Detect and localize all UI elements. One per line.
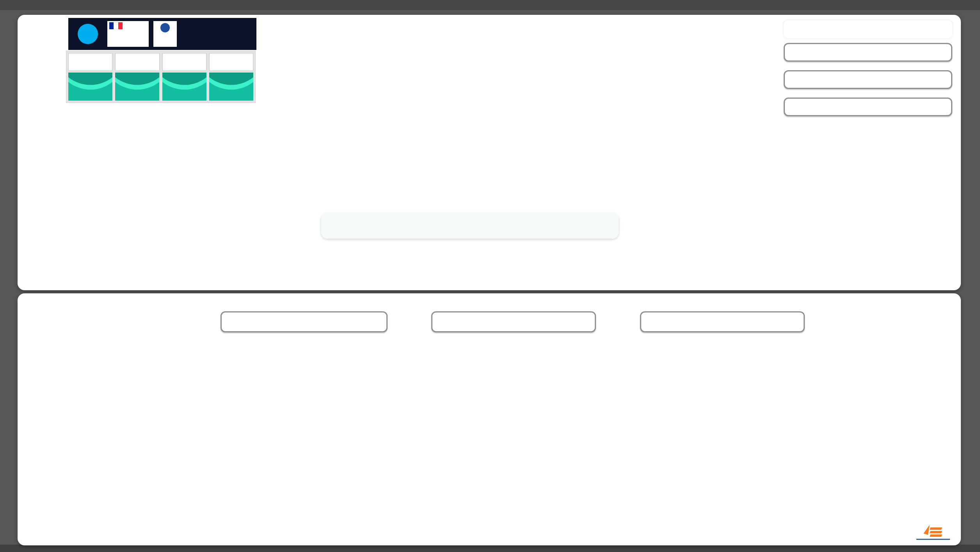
week-chart-canvas bbox=[64, 316, 946, 527]
ademe-logo bbox=[153, 21, 177, 47]
ecowatt-green-signal-icon bbox=[162, 73, 206, 101]
week-pmax-stat bbox=[431, 311, 596, 332]
day-button-j1[interactable] bbox=[115, 53, 159, 101]
g2e-subtitle-line bbox=[916, 539, 950, 540]
window-bottom-strip bbox=[0, 545, 980, 552]
g2e-logo bbox=[911, 520, 956, 545]
republique-francaise-logo bbox=[107, 21, 149, 47]
g2e-e-icon bbox=[930, 527, 942, 537]
day-button-j2[interactable] bbox=[162, 53, 206, 101]
date-label bbox=[321, 213, 619, 239]
ecowatt-logo-banner bbox=[68, 18, 256, 50]
week-pmin-stat bbox=[640, 311, 805, 332]
week-consumption-stat bbox=[221, 311, 388, 332]
ecowatt-green-signal-icon bbox=[68, 73, 112, 101]
rte-logo-icon bbox=[78, 24, 98, 44]
ademe-globe-icon bbox=[160, 23, 170, 32]
site-title bbox=[784, 20, 952, 38]
ecowatt-green-signal-icon bbox=[115, 73, 159, 101]
day-button-j3[interactable] bbox=[209, 53, 253, 101]
day-chart-panel bbox=[18, 15, 961, 290]
france-flag-icon bbox=[109, 22, 123, 29]
week-chart-panel bbox=[18, 293, 961, 545]
ecowatt-green-signal-icon bbox=[209, 73, 253, 101]
window-top-strip bbox=[0, 0, 980, 10]
day-pmin-stat bbox=[784, 98, 952, 116]
day-consumption-stat bbox=[784, 43, 952, 62]
ecowatt-day-button-row bbox=[66, 51, 256, 103]
day-button-j[interactable] bbox=[68, 53, 112, 101]
day-pmax-stat bbox=[784, 70, 952, 89]
